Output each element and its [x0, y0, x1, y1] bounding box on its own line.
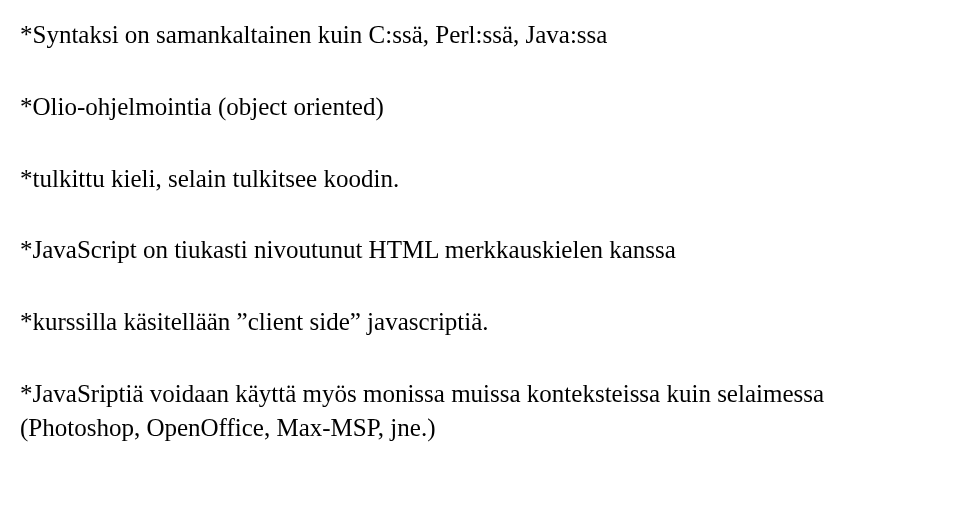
bullet-paragraph: *Olio-ohjelmointia (object oriented): [20, 90, 940, 124]
bullet-paragraph: *JavaSriptiä voidaan käyttä myös monissa…: [20, 377, 940, 445]
bullet-paragraph: *tulkittu kieli, selain tulkitsee koodin…: [20, 162, 940, 196]
bullet-paragraph: *Syntaksi on samankaltainen kuin C:ssä, …: [20, 18, 940, 52]
bullet-paragraph: *kurssilla käsitellään ”client side” jav…: [20, 305, 940, 339]
bullet-paragraph: *JavaScript on tiukasti nivoutunut HTML …: [20, 233, 940, 267]
